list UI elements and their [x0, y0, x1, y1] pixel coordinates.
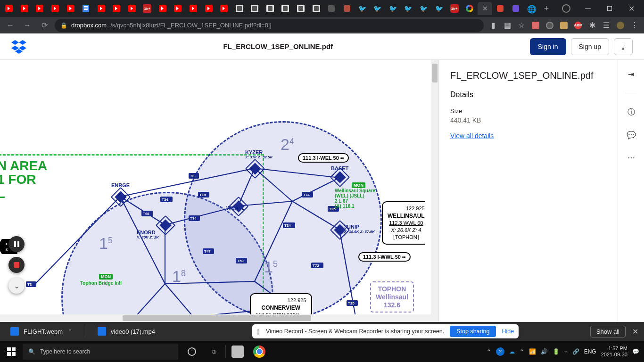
sign-in-button[interactable]: Sign in — [530, 38, 566, 55]
tab-youtube[interactable] — [171, 2, 185, 15]
reading-list[interactable]: ☰ — [601, 20, 612, 31]
tab-youtube[interactable] — [17, 2, 32, 15]
reload-button[interactable]: ⟳ — [38, 19, 51, 32]
tab-badge[interactable]: 1k+ — [140, 2, 155, 15]
stop-sharing-button[interactable]: Stop sharing — [450, 326, 496, 337]
tab-generic[interactable] — [324, 2, 339, 15]
tab-generic[interactable] — [509, 2, 523, 15]
ext-3[interactable] — [558, 20, 570, 31]
language-indicator[interactable]: ENG — [584, 348, 596, 355]
tab-roblox[interactable] — [309, 2, 323, 15]
ext-camera[interactable]: ▮ — [487, 20, 499, 31]
hide-share-bar-button[interactable]: Hide — [502, 328, 514, 335]
tab-dropbox-active[interactable]: ✕ — [478, 2, 492, 15]
tab-gdoc[interactable] — [79, 2, 93, 15]
more-button[interactable]: ⋯ — [626, 152, 637, 163]
account-button[interactable] — [555, 0, 577, 17]
back-button[interactable]: ← — [4, 19, 17, 32]
tab-youtube[interactable] — [63, 2, 78, 15]
comments-button[interactable]: 💬 — [626, 129, 637, 140]
tab-twitter[interactable]: 🐦 — [386, 2, 400, 15]
tab-twitter[interactable]: 🐦 — [371, 2, 385, 15]
pdf-viewer[interactable]: N AREA 1 FOR L 24 15 15 18 20 17 — [0, 60, 438, 322]
tab-youtube[interactable] — [156, 2, 170, 15]
sign-up-button[interactable]: Sign up — [571, 38, 609, 55]
ext-grid[interactable]: ▦ — [502, 20, 513, 31]
tray-chevron-up-icon[interactable]: ⌃ — [487, 348, 491, 355]
ext-1[interactable] — [530, 20, 541, 31]
onedrive-icon[interactable]: ☁ — [509, 348, 515, 355]
scroll-thumb[interactable] — [123, 315, 311, 321]
record-expand-button[interactable]: ⌄ — [8, 278, 25, 294]
tab-roblox[interactable] — [232, 2, 247, 15]
maximize-button[interactable] — [599, 0, 620, 17]
tab-youtube[interactable] — [94, 2, 108, 15]
download-button[interactable]: ⭳ — [614, 38, 633, 55]
chevron-up-icon[interactable]: ⌃ — [67, 328, 73, 335]
cortana-button[interactable] — [181, 341, 203, 362]
tab-youtube[interactable] — [48, 2, 63, 15]
close-window-button[interactable]: ✕ — [620, 0, 642, 17]
tab-roblox[interactable] — [294, 2, 308, 15]
new-tab-button[interactable]: + — [539, 2, 553, 15]
volume-icon[interactable]: 🔊 — [541, 348, 548, 355]
youtube-icon — [128, 5, 136, 12]
record-pause-button[interactable] — [8, 236, 25, 252]
bluetooth-icon[interactable]: ⌁ — [564, 348, 568, 355]
ext-2[interactable] — [544, 20, 555, 31]
battery-icon[interactable]: 🔋 — [553, 348, 560, 355]
tab-google[interactable] — [462, 2, 477, 15]
tab-youtube[interactable] — [201, 2, 216, 15]
taskbar-app-chrome[interactable] — [248, 341, 270, 362]
tab-roblox[interactable] — [263, 2, 278, 15]
link-icon[interactable]: 🔗 — [572, 348, 579, 355]
show-all-downloads-button[interactable]: Show all — [590, 326, 626, 337]
tab-twitter[interactable]: 🐦 — [401, 2, 416, 15]
tab-generic[interactable] — [493, 2, 508, 15]
tab-youtube[interactable] — [109, 2, 124, 15]
record-stop-button[interactable] — [8, 257, 25, 273]
tab-youtube[interactable] — [217, 2, 231, 15]
tray-help-icon[interactable]: ? — [496, 347, 504, 356]
close-shelf-button[interactable]: ✕ — [632, 327, 638, 336]
tab-twitter[interactable]: 🐦 — [355, 2, 370, 15]
taskbar-app-roblox[interactable] — [227, 341, 248, 362]
tray-chevron-up-icon[interactable]: ⌃ — [520, 348, 524, 355]
start-button[interactable] — [0, 341, 23, 362]
clock[interactable]: 1:57 PM 2021-09-30 — [601, 346, 627, 357]
notification-badge-icon: 1k+ — [143, 4, 151, 13]
forward-button[interactable]: → — [21, 19, 34, 32]
ext-adblock[interactable]: ABP — [572, 20, 584, 31]
tab-youtube[interactable] — [186, 2, 201, 15]
wifi-icon[interactable]: 📶 — [529, 348, 536, 355]
scroll-thumb[interactable] — [432, 64, 438, 82]
minimize-button[interactable] — [577, 0, 599, 17]
tab-generic[interactable] — [339, 2, 354, 15]
tab-youtube[interactable] — [125, 2, 140, 15]
tab-badge[interactable]: 1k+ — [447, 2, 462, 15]
task-view-button[interactable]: ⧉ — [203, 341, 224, 362]
tab-youtube[interactable] — [33, 2, 47, 15]
bookmark-button[interactable]: ☆ — [516, 20, 527, 31]
download-item[interactable]: FLIGHT.webm ⌃ — [6, 325, 77, 337]
tab-twitter[interactable]: 🐦 — [432, 2, 446, 15]
vertical-scrollbar[interactable] — [431, 60, 438, 322]
notifications-icon[interactable]: 💬 — [632, 348, 639, 355]
tab-generic[interactable]: 🌐 — [524, 2, 538, 15]
horizontal-scrollbar[interactable] — [0, 314, 431, 322]
extensions-menu[interactable]: ✱ — [586, 20, 598, 31]
tab-twitter[interactable]: 🐦 — [416, 2, 431, 15]
close-icon[interactable]: ✕ — [482, 5, 488, 12]
omnibox[interactable]: 🔒 dropbox.com/s/qvcn5nhjix8luzi/FL_ERCLO… — [55, 19, 484, 32]
ext-4[interactable] — [615, 20, 626, 31]
tab-youtube[interactable] — [2, 2, 17, 15]
info-button[interactable]: ⓘ — [626, 107, 637, 118]
taskbar-search[interactable]: 🔍 Type here to search — [23, 344, 178, 360]
view-all-details-link[interactable]: View all details — [450, 132, 494, 140]
expand-panel-button[interactable]: ⇥ — [626, 68, 637, 80]
tab-roblox[interactable] — [278, 2, 293, 15]
download-item[interactable]: video0 (17).mp4 — [93, 325, 160, 337]
chrome-tab-strip: 1k+ 🐦 🐦 🐦 🐦 🐦 🐦 1k+ ✕ 🌐 + ✕ — [0, 0, 644, 17]
tab-roblox[interactable] — [248, 2, 262, 15]
chrome-menu[interactable]: ⋮ — [629, 20, 640, 31]
